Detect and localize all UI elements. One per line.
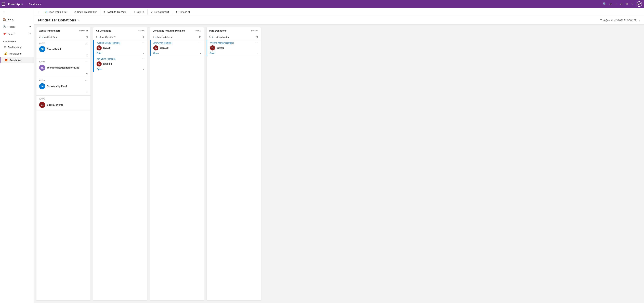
card-more-special-events[interactable]: ⋯ bbox=[85, 97, 88, 100]
expand-awaiting-icon[interactable]: ∨ bbox=[200, 52, 201, 54]
donation-person-jim-glynn[interactable]: Jim Glynn (sample) bbox=[96, 58, 116, 60]
card-status-scholarship-fund: Active bbox=[39, 79, 45, 82]
donation-more-jim-glynn-awaiting[interactable]: ⋯ bbox=[198, 41, 201, 44]
toolbar-divider-4 bbox=[147, 10, 148, 14]
column-active-fundraisers: Active Fundraisers Unfiltered 4 ↓ Modifi… bbox=[36, 27, 90, 300]
view-toggle-all-donations[interactable]: ⊞ bbox=[142, 36, 144, 38]
waffle-menu[interactable] bbox=[2, 2, 5, 6]
expand-storm-relief-icon[interactable]: ∨ bbox=[86, 54, 88, 56]
home-icon: 🏠 bbox=[3, 18, 6, 21]
donation-person-yvonne-mckay[interactable]: Yvonne McKay (sample) bbox=[96, 42, 120, 44]
show-visual-filter-button[interactable]: 📊 Show Visual Filter bbox=[42, 10, 70, 14]
date-filter[interactable]: This Quarter 4/1/2021 To 6/30/2021 ∨ bbox=[600, 19, 640, 22]
sort-control-active-fundraisers[interactable]: 4 ↓ Modified On ∧ bbox=[39, 36, 58, 38]
donation-amount-jim-glynn: $200.00 bbox=[103, 63, 112, 65]
expand-donation-yvonne-icon[interactable]: ∨ bbox=[143, 52, 144, 54]
sort-count-paid-donations: 1 bbox=[209, 36, 210, 38]
top-navigation: Power Apps Fundraiser 🔍 ⊙ ＋ ⊘ ⚙ ？ MP bbox=[0, 0, 644, 8]
settings-icon[interactable]: ⚙ bbox=[626, 2, 628, 6]
donation-more-jim-glynn[interactable]: ⋯ bbox=[142, 57, 144, 60]
card-name-special-events: Special events bbox=[47, 104, 63, 106]
donation-card-jim-glynn[interactable]: Jim Glynn (sample) ⋯ Te $200.00 Open ∨ bbox=[93, 56, 147, 72]
card-scholarship-fund[interactable]: Active ⋯ SF Scholarship Fund ∨ bbox=[36, 77, 90, 96]
user-avatar[interactable]: MP bbox=[636, 1, 642, 7]
card-more-scholarship-fund[interactable]: ⋯ bbox=[85, 79, 88, 82]
show-visual-filter-label: Show Visual Filter bbox=[48, 11, 67, 13]
card-status-technical-education: Active bbox=[39, 60, 45, 63]
sidebar-item-donations[interactable]: 🎁 Donations bbox=[0, 57, 34, 63]
card-technical-education[interactable]: Active ⋯ TE Technical Education for Kids… bbox=[36, 58, 90, 77]
donation-card-yvonne-mckay[interactable]: Yvonne McKay (sample) ⋯ Te $50.00 Paid ∨ bbox=[93, 40, 147, 56]
page-title-container[interactable]: Fundraiser Donations ∨ bbox=[38, 18, 80, 22]
donations-icon: 🎁 bbox=[4, 58, 8, 62]
sort-control-all-donations[interactable]: 2 ↓ Last Updated ∨ bbox=[96, 36, 116, 38]
sidebar-item-home[interactable]: 🏠 Home bbox=[0, 16, 34, 23]
card-status-special-events: Active bbox=[39, 98, 45, 100]
show-global-filter-button[interactable]: ⊘ Show Global Filter bbox=[72, 10, 98, 14]
new-chevron-icon: ∨ bbox=[142, 11, 144, 13]
switch-to-tile-view-button[interactable]: ⊞ Switch to Tile View bbox=[102, 10, 128, 14]
refresh-all-button[interactable]: ↻ Refresh All bbox=[174, 10, 192, 14]
column-all-donations: All Donations Filtered 2 ↓ Last Updated … bbox=[93, 27, 147, 300]
set-as-default-button[interactable]: ✓ Set As Default bbox=[149, 10, 171, 14]
sidebar-item-dashboards[interactable]: ⊞ Dashboards bbox=[0, 44, 34, 50]
recent-apps-icon[interactable]: ⊙ bbox=[609, 2, 612, 6]
donation-card-yvonne-mckay-paid[interactable]: Yvonne McKay (sample) ⋯ Te $50.00 Paid ∨ bbox=[206, 40, 261, 56]
recent-icon: 🕐 bbox=[3, 25, 6, 28]
cards-paid-donations: Yvonne McKay (sample) ⋯ Te $50.00 Paid ∨ bbox=[206, 40, 261, 300]
sidebar-item-pinned[interactable]: 📌 Pinned ∨ bbox=[0, 30, 34, 38]
donation-more-yvonne-mckay[interactable]: ⋯ bbox=[142, 41, 144, 44]
view-toggle-awaiting-payment[interactable]: ⊞ bbox=[199, 36, 201, 38]
svg-rect-7 bbox=[3, 5, 4, 6]
sort-label-active-fundraisers: Modified On bbox=[44, 36, 55, 38]
card-more-storm-relief[interactable]: ⋯ bbox=[85, 42, 88, 45]
donation-card-jim-glynn-awaiting[interactable]: Jim Glynn (sample) ⋯ Te $200.00 Open ∨ bbox=[150, 40, 204, 56]
svg-rect-5 bbox=[4, 4, 5, 4]
card-storm-relief[interactable]: Active ⋯ SR Storm Relief ∨ bbox=[36, 40, 90, 58]
sort-control-paid-donations[interactable]: 1 ↓ Last Updated ∨ bbox=[209, 36, 229, 38]
sort-chevron-icon: ∧ bbox=[56, 36, 58, 38]
add-icon[interactable]: ＋ bbox=[614, 2, 618, 6]
card-special-events[interactable]: Active ⋯ Se Special events bbox=[36, 96, 90, 111]
expand-scholarship-fund-icon[interactable]: ∨ bbox=[86, 91, 88, 94]
sidebar-item-fundraisers[interactable]: 💰 Fundraisers bbox=[0, 50, 34, 57]
column-subheader-active-fundraisers: 4 ↓ Modified On ∧ ⊞ bbox=[36, 34, 90, 40]
column-filter-awaiting-payment: Filtered bbox=[194, 30, 201, 32]
svg-rect-4 bbox=[3, 4, 4, 4]
expand-donation-jim-icon[interactable]: ∨ bbox=[143, 68, 144, 70]
donation-person-jim-glynn-awaiting[interactable]: Jim Glynn (sample) bbox=[153, 42, 172, 44]
column-header-paid-donations: Paid Donations Filtered bbox=[206, 27, 261, 34]
avatar-technical-education: TE bbox=[39, 65, 45, 71]
sort-chevron-all-donations-icon: ∨ bbox=[114, 36, 116, 38]
toolbar: ← 📊 Show Visual Filter ⊘ Show Global Fil… bbox=[34, 8, 644, 16]
column-donations-awaiting-payment: Donations Awaiting Payment Filtered 1 ↓ … bbox=[150, 27, 204, 300]
view-toggle-active-fundraisers[interactable]: ⊞ bbox=[86, 36, 88, 38]
view-toggle-paid-donations[interactable]: ⊞ bbox=[256, 36, 258, 38]
refresh-icon: ↻ bbox=[176, 11, 178, 13]
card-more-technical-education[interactable]: ⋯ bbox=[85, 60, 88, 63]
sort-count-active-fundraisers: 4 bbox=[39, 36, 40, 38]
donation-more-yvonne-mckay-paid[interactable]: ⋯ bbox=[255, 41, 258, 44]
donation-status-jim-glynn-awaiting: Open bbox=[153, 52, 159, 54]
sort-count-all-donations: 2 bbox=[96, 36, 97, 38]
sidebar-item-recent[interactable]: 🕐 Recent ∨ bbox=[0, 23, 34, 30]
expand-paid-icon[interactable]: ∨ bbox=[256, 52, 258, 54]
help-icon[interactable]: ？ bbox=[631, 2, 634, 6]
sidebar: ☰ 🏠 Home 🕐 Recent ∨ 📌 Pinned ∨ Fundraise… bbox=[0, 8, 34, 303]
avatar-scholarship-fund: SF bbox=[39, 83, 45, 89]
column-title-active-fundraisers: Active Fundraisers bbox=[39, 29, 60, 32]
column-subheader-paid-donations: 1 ↓ Last Updated ∨ ⊞ bbox=[206, 34, 261, 40]
column-paid-donations: Paid Donations Filtered 1 ↓ Last Updated… bbox=[206, 27, 261, 300]
page-header: Fundraiser Donations ∨ This Quarter 4/1/… bbox=[34, 16, 644, 25]
new-button[interactable]: ＋ New ∨ bbox=[131, 10, 146, 14]
back-button[interactable]: ← bbox=[36, 10, 42, 14]
search-icon[interactable]: 🔍 bbox=[603, 2, 606, 6]
expand-technical-education-icon[interactable]: ∨ bbox=[86, 72, 88, 75]
column-header-active-fundraisers: Active Fundraisers Unfiltered bbox=[36, 27, 90, 34]
donation-avatar-jim-glynn-awaiting: Te bbox=[153, 46, 158, 50]
sort-control-awaiting-payment[interactable]: 1 ↓ Last Updated ∨ bbox=[152, 36, 172, 38]
sidebar-hamburger[interactable]: ☰ bbox=[0, 8, 34, 16]
filter-icon[interactable]: ⊘ bbox=[620, 2, 623, 6]
sidebar-item-pinned-label: Pinned bbox=[8, 33, 15, 36]
donation-person-yvonne-mckay-paid[interactable]: Yvonne McKay (sample) bbox=[210, 42, 234, 44]
